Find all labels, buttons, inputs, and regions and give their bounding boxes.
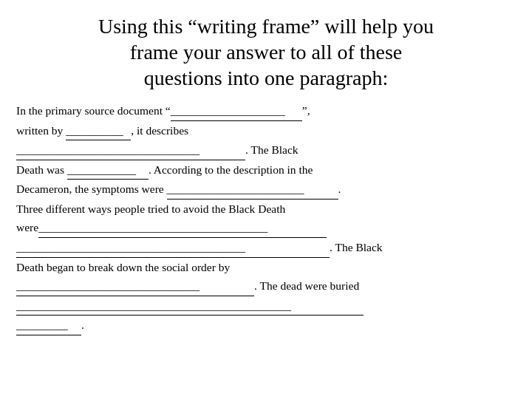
- blank3: ________________________________: [16, 140, 245, 160]
- sentence5b: were: [16, 221, 38, 233]
- sentence8a: .: [81, 318, 84, 331]
- blank6: ________________________________________: [38, 218, 327, 238]
- title-line2: frame your answer to all of these: [24, 39, 508, 65]
- sentence2a: written by: [16, 124, 66, 137]
- sentence6b: Death began to break down the social ord…: [16, 261, 230, 273]
- sentence1b: ”,: [302, 104, 310, 117]
- sentence4a: Decameron, the symptoms were: [16, 183, 167, 195]
- blank9: _________: [16, 316, 81, 335]
- sentence6a: . The Black: [330, 241, 383, 253]
- sentence4b: .: [338, 183, 341, 195]
- sentence7a: . The dead were buried: [254, 279, 359, 292]
- title-block: Using this “writing frame” will help you…: [16, 13, 516, 91]
- sentence3a: . The Black: [245, 143, 299, 156]
- blank4: ____________: [67, 160, 149, 180]
- sentence3c: . According to the description in the: [149, 163, 313, 176]
- blank7: ________________________________: [16, 276, 254, 296]
- blank2: __________: [66, 121, 131, 141]
- sentence1a: In the primary source document “: [16, 104, 171, 117]
- title-line1: Using this “writing frame” will help you: [24, 13, 508, 39]
- blank5: ________________________: [167, 180, 338, 200]
- blank1: ____________________: [171, 101, 302, 121]
- sentence3b: Death was: [16, 163, 67, 176]
- blank6b: ________________________________________: [16, 238, 330, 258]
- page: Using this “writing frame” will help you…: [0, 0, 532, 399]
- sentence2b: , it describes: [131, 124, 188, 137]
- title-line3: questions into one paragraph:: [24, 65, 508, 91]
- body-text: In the primary source document “________…: [16, 101, 516, 335]
- sentence5a: Three different ways people tried to avo…: [16, 202, 285, 215]
- blank8: ________________________________________…: [16, 296, 364, 316]
